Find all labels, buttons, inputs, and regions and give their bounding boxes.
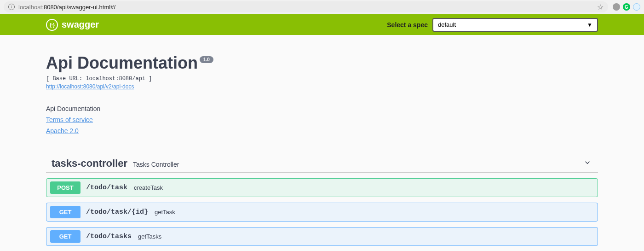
extension-icon[interactable] bbox=[613, 3, 620, 11]
url-text: localhost:8080/api/swagger-ui.html#/ bbox=[18, 4, 115, 11]
url-field[interactable]: i localhost:8080/api/swagger-ui.html#/ ☆ bbox=[4, 1, 608, 12]
operation-summary: createTask bbox=[134, 184, 163, 191]
tag-name: tasks-controller bbox=[52, 158, 127, 169]
spec-selector-wrap: Select a spec default ▼ bbox=[387, 18, 598, 32]
grammarly-icon[interactable]: G bbox=[623, 3, 630, 11]
tag-header[interactable]: tasks-controller Tasks Controller bbox=[46, 158, 598, 173]
chevron-down-icon bbox=[583, 158, 592, 169]
base-url: [ Base URL: localhost:8080/api ] bbox=[46, 76, 598, 82]
operations-list: POST/todo/taskcreateTaskGET/todo/task/{i… bbox=[46, 178, 598, 246]
chevron-down-icon: ▼ bbox=[587, 22, 592, 28]
extension-icon[interactable] bbox=[633, 3, 640, 11]
operation-post[interactable]: POST/todo/taskcreateTask bbox=[46, 178, 598, 197]
spec-select[interactable]: default ▼ bbox=[432, 18, 598, 32]
operation-path: /todo/tasks bbox=[86, 233, 132, 240]
terms-link[interactable]: Terms of service bbox=[46, 116, 598, 123]
http-method-badge: POST bbox=[50, 181, 80, 194]
operation-summary: getTask bbox=[155, 209, 175, 216]
site-info-icon[interactable]: i bbox=[8, 4, 15, 10]
swagger-logo-text: swagger bbox=[62, 19, 99, 30]
operation-get[interactable]: GET/todo/task/{id}getTask bbox=[46, 203, 598, 222]
license-link[interactable]: Apache 2.0 bbox=[46, 127, 598, 134]
swagger-topbar: {··} swagger Select a spec default ▼ bbox=[0, 14, 644, 35]
api-title: Api Documentation bbox=[46, 53, 198, 73]
api-docs-link[interactable]: http://localhost:8080/api/v2/api-docs bbox=[46, 83, 134, 90]
swagger-logo-icon: {··} bbox=[46, 19, 58, 31]
main-content: Api Documentation 1.0 [ Base URL: localh… bbox=[37, 35, 607, 251]
title-row: Api Documentation 1.0 bbox=[46, 53, 598, 73]
operation-summary: getTasks bbox=[138, 233, 161, 240]
browser-address-bar: i localhost:8080/api/swagger-ui.html#/ ☆… bbox=[0, 0, 644, 14]
http-method-badge: GET bbox=[50, 206, 80, 218]
http-method-badge: GET bbox=[50, 230, 80, 243]
operation-get[interactable]: GET/todo/tasksgetTasks bbox=[46, 227, 598, 246]
spec-label: Select a spec bbox=[387, 21, 428, 29]
api-description: Api Documentation bbox=[46, 105, 598, 112]
swagger-logo[interactable]: {··} swagger bbox=[46, 19, 99, 31]
tag-description: Tasks Controller bbox=[133, 161, 179, 168]
bookmark-star-icon[interactable]: ☆ bbox=[597, 3, 604, 12]
operation-path: /todo/task bbox=[86, 184, 127, 192]
extension-icons: G bbox=[613, 3, 640, 11]
spec-selected-value: default bbox=[438, 21, 456, 28]
operation-path: /todo/task/{id} bbox=[86, 208, 148, 216]
version-badge: 1.0 bbox=[200, 56, 213, 63]
